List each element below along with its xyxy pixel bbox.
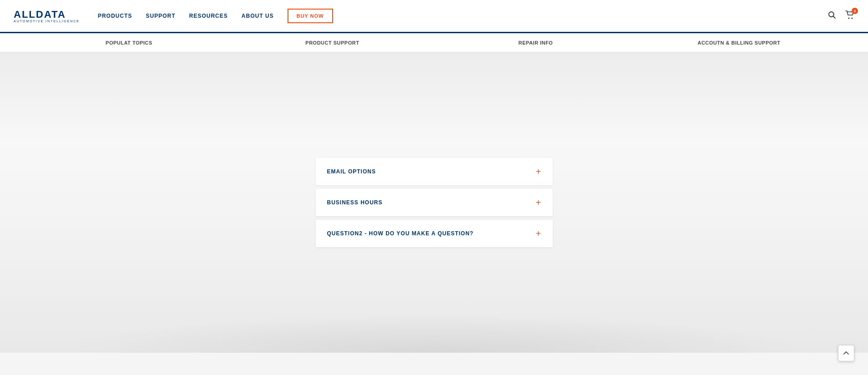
accordion-header-business-hours[interactable]: BUSINESS HOURS + [316, 189, 553, 216]
accordion-header-email-options[interactable]: EMAIL OPTIONS + [316, 158, 553, 185]
accordion-title-email-options: EMAIL OPTIONS [327, 168, 376, 175]
sub-nav-repair-info[interactable]: REPAIR INFO [434, 40, 637, 46]
header: ALLDATA AUTOMOTIVE INTELLIGENCE PRODUCTS… [0, 0, 868, 32]
svg-point-3 [852, 18, 853, 19]
search-icon[interactable] [828, 11, 836, 21]
header-actions: 0 [828, 10, 854, 21]
accordion-title-question2: QUESTION2 - HOW DO YOU MAKE A QUESTION? [327, 230, 474, 237]
accordion-expand-icon-email-options: + [536, 167, 541, 176]
accordion-expand-icon-question2: + [536, 229, 541, 238]
nav-item-resources[interactable]: RESOURCES [189, 13, 228, 19]
nav-item-products[interactable]: PRODUCTS [98, 13, 132, 19]
scroll-to-top-button[interactable] [838, 345, 854, 361]
main-nav: PRODUCTS SUPPORT RESOURCES ABOUT US BUY … [98, 9, 828, 23]
sub-nav-popular-topics[interactable]: POPULAT TOPICS [27, 40, 231, 46]
main-content: EMAIL OPTIONS + BUSINESS HOURS + QUESTIO… [0, 52, 868, 353]
accordion-item-email-options: EMAIL OPTIONS + [316, 158, 553, 185]
accordion-header-question2[interactable]: QUESTION2 - HOW DO YOU MAKE A QUESTION? … [316, 220, 553, 247]
cart-badge: 0 [852, 8, 858, 14]
nav-item-about-us[interactable]: ABOUT US [241, 13, 274, 19]
nav-item-support[interactable]: SUPPORT [146, 13, 175, 19]
cart-icon[interactable]: 0 [845, 10, 854, 21]
logo-sub: AUTOMOTIVE INTELLIGENCE [14, 20, 80, 23]
buy-now-button[interactable]: BUY NOW [288, 9, 333, 23]
sub-nav-product-support[interactable]: PRODUCT SUPPORT [231, 40, 434, 46]
accordion-container: EMAIL OPTIONS + BUSINESS HOURS + QUESTIO… [316, 158, 553, 247]
sub-nav: POPULAT TOPICS PRODUCT SUPPORT REPAIR IN… [0, 32, 868, 52]
accordion-item-question2: QUESTION2 - HOW DO YOU MAKE A QUESTION? … [316, 220, 553, 247]
accordion-expand-icon-business-hours: + [536, 198, 541, 207]
svg-line-1 [833, 16, 836, 19]
accordion-title-business-hours: BUSINESS HOURS [327, 199, 383, 206]
accordion-item-business-hours: BUSINESS HOURS + [316, 189, 553, 216]
svg-point-2 [848, 18, 850, 19]
sub-nav-account-billing[interactable]: ACCOUTN & BILLING SUPPORT [637, 40, 841, 46]
logo-text: ALLDATA [14, 10, 80, 20]
logo[interactable]: ALLDATA AUTOMOTIVE INTELLIGENCE [14, 10, 80, 23]
